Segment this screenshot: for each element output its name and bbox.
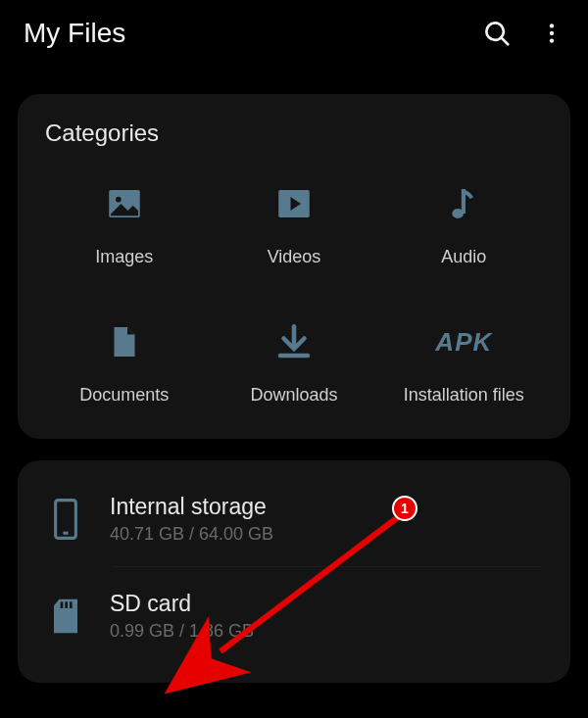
audio-icon xyxy=(444,182,483,225)
category-downloads[interactable]: Downloads xyxy=(209,320,378,406)
header-actions xyxy=(482,19,564,48)
documents-icon xyxy=(107,320,142,363)
category-videos[interactable]: Videos xyxy=(209,182,378,267)
categories-title: Categories xyxy=(45,120,549,147)
category-audio[interactable]: Audio xyxy=(379,182,549,267)
svg-point-2 xyxy=(550,24,554,27)
svg-point-4 xyxy=(550,38,554,42)
category-documents[interactable]: Documents xyxy=(39,320,209,406)
svg-rect-14 xyxy=(61,601,64,608)
storage-sd-card[interactable]: SD card 0.99 GB / 1.86 GB xyxy=(18,567,570,663)
svg-rect-15 xyxy=(65,601,68,608)
storage-texts: Internal storage 40.71 GB / 64.00 GB xyxy=(110,494,273,545)
svg-point-6 xyxy=(116,197,122,203)
category-images[interactable]: Images xyxy=(39,182,209,267)
category-label: Installation files xyxy=(404,385,524,406)
storage-title: Internal storage xyxy=(110,494,273,520)
images-icon xyxy=(104,182,145,225)
storage-subtitle: 0.99 GB / 1.86 GB xyxy=(110,621,254,642)
svg-line-1 xyxy=(501,37,508,44)
storage-title: SD card xyxy=(110,591,254,617)
categories-grid: Images Videos Audio xyxy=(39,182,549,406)
downloads-icon xyxy=(273,320,315,363)
more-vertical-icon xyxy=(539,19,564,48)
categories-section: Categories Images Videos xyxy=(18,94,570,439)
category-label: Videos xyxy=(268,247,321,267)
sd-card-icon xyxy=(47,598,84,635)
svg-point-3 xyxy=(550,31,554,35)
search-button[interactable] xyxy=(482,19,512,48)
app-title: My Files xyxy=(24,18,125,49)
app-header: My Files xyxy=(0,0,588,67)
category-label: Downloads xyxy=(250,385,337,406)
phone-icon xyxy=(47,498,84,541)
storage-section: Internal storage 40.71 GB / 64.00 GB SD … xyxy=(18,460,570,683)
search-icon xyxy=(482,19,512,48)
category-label: Audio xyxy=(441,247,486,267)
apk-icon: APK xyxy=(435,320,492,363)
category-label: Documents xyxy=(79,385,169,406)
category-label: Images xyxy=(95,247,153,267)
storage-subtitle: 40.71 GB / 64.00 GB xyxy=(110,524,273,545)
more-button[interactable] xyxy=(539,19,564,48)
storage-internal[interactable]: Internal storage 40.71 GB / 64.00 GB xyxy=(18,470,570,566)
category-installation-files[interactable]: APK Installation files xyxy=(379,320,549,406)
svg-rect-16 xyxy=(70,601,73,608)
storage-texts: SD card 0.99 GB / 1.86 GB xyxy=(110,591,254,642)
videos-icon xyxy=(273,182,315,225)
